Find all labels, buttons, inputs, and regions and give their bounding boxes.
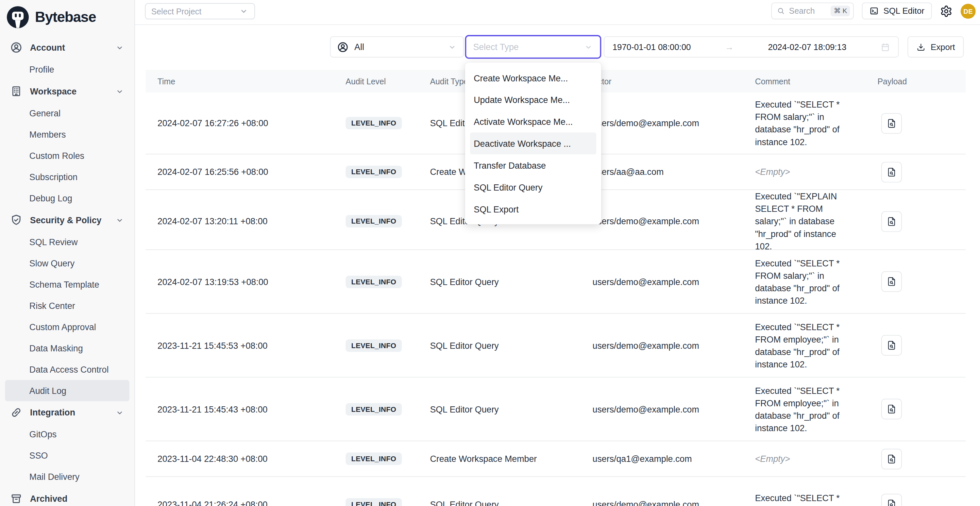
- sidebar-item-slow-query[interactable]: Slow Query: [0, 252, 134, 274]
- cell-audit-level: LEVEL_INFO: [345, 275, 430, 288]
- cell-audit-level: LEVEL_INFO: [345, 117, 430, 129]
- audit-log-page: All Select Type 1970-01-01 08:00:00 → 20…: [135, 25, 980, 506]
- cell-time: 2024-02-07 16:27:26 +08:00: [145, 118, 345, 128]
- sidebar-section-label: Account: [30, 43, 108, 53]
- dropdown-option-create-workspace-me[interactable]: Create Workspace Me...: [465, 67, 601, 89]
- sidebar-section-account[interactable]: Account: [0, 36, 134, 59]
- sidebar-item-general[interactable]: General: [0, 103, 134, 124]
- view-payload-button[interactable]: [881, 335, 902, 356]
- file-search-icon: [886, 404, 897, 414]
- chevron-down-icon: [115, 215, 124, 225]
- dropdown-option-sql-export[interactable]: SQL Export: [465, 198, 601, 220]
- sidebar-section-workspace[interactable]: Workspace: [0, 80, 134, 103]
- sidebar-item-gitops[interactable]: GitOps: [0, 423, 134, 445]
- file-search-icon: [886, 453, 897, 464]
- view-payload-button[interactable]: [881, 449, 902, 469]
- avatar[interactable]: DE: [961, 3, 976, 19]
- sidebar-item-profile[interactable]: Profile: [0, 59, 134, 80]
- cell-time: 2023-11-21 15:45:43 +08:00: [145, 404, 345, 414]
- archive-icon: [10, 493, 22, 505]
- sidebar-section-archived[interactable]: Archived: [0, 487, 134, 506]
- cell-audit-type: SQL Editor Query: [430, 499, 592, 506]
- view-payload-button[interactable]: [881, 161, 902, 182]
- project-selector[interactable]: Select Project: [145, 3, 255, 20]
- sidebar-item-data-access-control[interactable]: Data Access Control: [0, 359, 134, 380]
- search-shortcut-badge: ⌘ K: [830, 6, 850, 16]
- cell-comment: Executed `"SELECT * FROM employee;"` in …: [755, 320, 869, 370]
- type-filter-placeholder: Select Type: [473, 42, 519, 52]
- sidebar-section-integration[interactable]: Integration: [0, 401, 134, 423]
- cell-actor: users/demo@example.com: [593, 216, 755, 226]
- brand-logo[interactable]: Bytebase: [0, 0, 134, 32]
- sidebar-item-sql-review[interactable]: SQL Review: [0, 231, 134, 252]
- cell-audit-level: LEVEL_INFO: [345, 166, 430, 178]
- cell-comment: <Empty>: [755, 452, 869, 465]
- file-search-icon: [886, 276, 897, 287]
- sidebar-item-audit-log[interactable]: Audit Log: [5, 380, 129, 401]
- user-circle-icon: [337, 41, 349, 53]
- type-filter-select[interactable]: Select Type: [465, 35, 601, 59]
- export-button[interactable]: Export: [907, 36, 964, 57]
- sidebar-item-custom-roles[interactable]: Custom Roles: [0, 145, 134, 166]
- user-circle-icon: [10, 41, 22, 54]
- terminal-icon: [870, 6, 879, 16]
- export-label: Export: [931, 42, 955, 52]
- cell-comment: Executed `"SELECT * FROM employee;"` in …: [755, 384, 869, 434]
- level-badge: LEVEL_INFO: [345, 166, 402, 178]
- dropdown-option-deactivate-workspace[interactable]: Deactivate Workspace ...: [470, 132, 596, 154]
- sidebar-section-label: Workspace: [30, 86, 108, 96]
- search-input[interactable]: Search ⌘ K: [772, 3, 854, 20]
- dropdown-option-activate-workspace-me[interactable]: Activate Workspace Me...: [465, 110, 601, 132]
- column-header-comment: Comment: [755, 76, 869, 86]
- brand-name: Bytebase: [35, 9, 96, 26]
- column-header-time: Time: [145, 76, 345, 86]
- sidebar-section-label: Archived: [30, 493, 124, 504]
- settings-button[interactable]: [940, 5, 953, 17]
- view-payload-button[interactable]: [881, 493, 902, 506]
- sidebar-item-sso[interactable]: SSO: [0, 445, 134, 466]
- sidebar-item-custom-approval[interactable]: Custom Approval: [0, 316, 134, 337]
- chevron-down-icon: [115, 87, 124, 96]
- view-payload-button[interactable]: [881, 399, 902, 419]
- dropdown-option-sql-editor-query[interactable]: SQL Editor Query: [465, 176, 601, 198]
- sidebar-section-security-policy[interactable]: Security & Policy: [0, 209, 134, 231]
- building-icon: [10, 85, 22, 97]
- chevron-down-icon: [239, 6, 249, 16]
- sidebar-item-data-masking[interactable]: Data Masking: [0, 337, 134, 359]
- cell-payload: [869, 161, 966, 182]
- level-badge: LEVEL_INFO: [345, 215, 402, 228]
- app-window: Bytebase AccountProfileWorkspaceGeneralM…: [0, 0, 980, 506]
- cell-actor: users/demo@example.com: [593, 277, 755, 286]
- sidebar: Bytebase AccountProfileWorkspaceGeneralM…: [0, 0, 135, 506]
- date-range-picker[interactable]: 1970-01-01 08:00:00 → 2024-02-07 18:09:1…: [604, 36, 899, 57]
- sidebar-item-debug-log[interactable]: Debug Log: [0, 188, 134, 209]
- file-search-icon: [886, 499, 897, 506]
- sidebar-item-schema-template[interactable]: Schema Template: [0, 274, 134, 295]
- sidebar-item-risk-center[interactable]: Risk Center: [0, 295, 134, 316]
- level-badge: LEVEL_INFO: [345, 339, 402, 352]
- actor-filter-select[interactable]: All: [330, 36, 464, 57]
- view-payload-button[interactable]: [881, 271, 902, 292]
- dropdown-option-transfer-database[interactable]: Transfer Database: [465, 154, 601, 176]
- sidebar-section-label: Security & Policy: [30, 215, 108, 225]
- cell-payload: [869, 399, 966, 419]
- topbar: Select Project Search ⌘ K SQL Editor DE: [135, 0, 980, 25]
- view-payload-button[interactable]: [881, 211, 902, 231]
- cell-comment: Executed `"SELECT * FROM department;"` i…: [755, 492, 869, 506]
- sql-editor-button[interactable]: SQL Editor: [862, 3, 932, 20]
- dropdown-option-update-workspace-me[interactable]: Update Workspace Me...: [465, 89, 601, 111]
- sidebar-item-mail-delivery[interactable]: Mail Delivery: [0, 466, 134, 487]
- file-search-icon: [886, 216, 897, 227]
- date-from-value: 1970-01-01 08:00:00: [612, 42, 691, 52]
- file-search-icon: [886, 167, 897, 178]
- level-badge: LEVEL_INFO: [345, 117, 402, 129]
- cell-time: 2024-02-07 13:20:11 +08:00: [145, 216, 345, 226]
- column-header-payload: Payload: [869, 76, 966, 86]
- sidebar-item-members[interactable]: Members: [0, 124, 134, 145]
- topbar-right: Search ⌘ K SQL Editor DE: [772, 3, 980, 20]
- sidebar-item-subscription[interactable]: Subscription: [0, 166, 134, 188]
- view-payload-button[interactable]: [881, 113, 902, 134]
- cell-audit-level: LEVEL_INFO: [345, 215, 430, 228]
- cell-payload: [869, 211, 966, 231]
- cell-payload: [869, 449, 966, 469]
